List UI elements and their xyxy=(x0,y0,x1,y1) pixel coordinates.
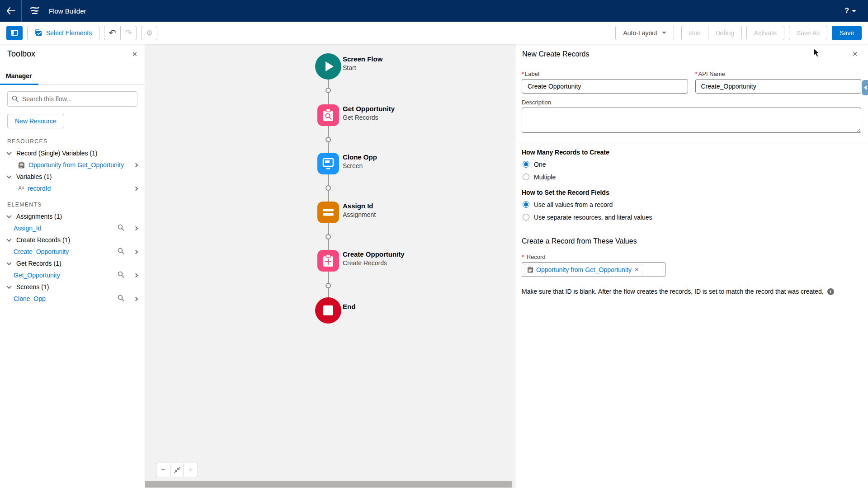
radio-label: Multiple xyxy=(534,174,556,181)
zoom-fit-button[interactable] xyxy=(170,463,184,477)
save-as-button[interactable]: Save As xyxy=(789,26,827,40)
tree-group-variables[interactable]: Variables (1) xyxy=(0,171,145,183)
connector-midpoint[interactable] xyxy=(326,88,331,93)
description-textarea[interactable] xyxy=(522,108,861,133)
undo-button[interactable]: ↶ xyxy=(104,26,120,40)
help-menu[interactable]: ? xyxy=(844,7,868,15)
node-title: Create Opportunity xyxy=(343,250,405,258)
auto-layout-dropdown[interactable]: Auto-Layout xyxy=(615,26,674,40)
chevron-right-icon[interactable] xyxy=(134,226,138,230)
activate-button[interactable]: Activate xyxy=(746,26,784,40)
radio-option-use-separate-resources[interactable]: Use separate resources, and literal valu… xyxy=(523,212,861,222)
redo-button[interactable]: ↷ xyxy=(120,26,137,40)
chevron-down-icon xyxy=(6,284,11,289)
node-title: Assign Id xyxy=(343,202,376,210)
node-assign-id[interactable] xyxy=(317,202,339,223)
node-subtitle: Start xyxy=(343,64,382,71)
element-item-assign-id[interactable]: Assign_Id xyxy=(0,222,145,234)
chevron-right-icon[interactable] xyxy=(134,296,138,301)
connector-midpoint[interactable] xyxy=(326,137,331,142)
chevron-left-icon xyxy=(864,85,867,90)
chevron-down-icon xyxy=(852,10,856,12)
tree-group-assignments[interactable]: Assignments (1) xyxy=(0,211,145,222)
tab-manager[interactable]: Manager xyxy=(0,70,38,85)
zoom-out-button[interactable]: − xyxy=(156,463,170,477)
assignment-icon xyxy=(322,208,335,217)
radio-option-one[interactable]: One xyxy=(523,160,861,169)
toggle-toolbox-button[interactable] xyxy=(6,26,23,40)
node-get-opportunity[interactable] xyxy=(317,104,339,126)
run-button[interactable]: Run xyxy=(681,26,708,40)
chevron-down-icon xyxy=(6,260,11,265)
remove-record-icon[interactable]: ✕ xyxy=(634,266,639,273)
find-in-canvas-icon[interactable] xyxy=(118,224,124,232)
label-input[interactable] xyxy=(522,79,688,94)
create-records-property-panel: New Create Records ✕ *Label *API Name De… xyxy=(515,44,868,488)
node-clone-opp-label: Clone Opp Screen xyxy=(343,153,377,169)
debug-button[interactable]: Debug xyxy=(708,26,742,40)
connector-midpoint[interactable] xyxy=(326,283,331,288)
tree-group-label: Assignments (1) xyxy=(16,213,62,220)
chevron-right-icon[interactable] xyxy=(134,249,138,254)
radio-option-multiple[interactable]: Multiple xyxy=(523,172,861,182)
app-header: Flow Builder ? xyxy=(0,0,868,22)
node-create-opportunity[interactable] xyxy=(317,250,339,272)
api-name-field-label: API Name xyxy=(698,70,725,77)
find-in-canvas-icon[interactable] xyxy=(118,271,124,279)
element-item-create-opportunity[interactable]: Create_Opportunity xyxy=(0,246,145,258)
chevron-right-icon[interactable] xyxy=(134,273,138,277)
tree-group-get-records[interactable]: Get Records (1) xyxy=(0,258,145,269)
save-button[interactable]: Save xyxy=(832,26,862,40)
find-in-canvas-icon[interactable] xyxy=(118,295,124,303)
node-subtitle: Create Records xyxy=(343,259,405,267)
run-label: Run xyxy=(689,29,701,37)
tree-group-create-records[interactable]: Create Records (1) xyxy=(0,234,145,246)
get-records-icon xyxy=(321,108,335,122)
info-icon[interactable]: i xyxy=(827,288,834,295)
element-item-clone-opp[interactable]: Clone_Opp xyxy=(0,293,145,305)
node-title: Screen Flow xyxy=(343,55,382,63)
search-input[interactable] xyxy=(7,91,137,107)
resource-item-recordid[interactable]: Aa recordId xyxy=(0,183,145,194)
find-in-canvas-icon[interactable] xyxy=(118,248,124,256)
chevron-right-icon[interactable] xyxy=(134,163,138,167)
panel-close-icon[interactable]: ✕ xyxy=(852,50,858,58)
description-label: Description xyxy=(522,99,861,106)
required-asterisk: * xyxy=(522,70,524,77)
play-icon xyxy=(326,61,334,71)
element-item-get-opportunity[interactable]: Get_Opportunity xyxy=(0,269,145,281)
chevron-right-icon[interactable] xyxy=(134,186,138,191)
node-get-opportunity-label: Get Opportunity Get Records xyxy=(343,105,395,121)
resource-item-opportunity-from-get-opportunity[interactable]: Opportunity from Get_Opportunity xyxy=(0,159,145,171)
connector-midpoint[interactable] xyxy=(326,185,331,191)
fit-to-view-icon xyxy=(174,467,180,473)
radio-label: Use all values from a record xyxy=(534,201,613,208)
api-name-input[interactable] xyxy=(695,79,862,94)
record-combobox[interactable]: Opportunity from Get_Opportunity ✕ xyxy=(522,262,665,277)
zoom-in-button[interactable]: + xyxy=(184,463,198,477)
multi-select-checkbox-icon xyxy=(35,29,42,37)
horizontal-scrollbar-thumb[interactable] xyxy=(145,481,512,488)
collapse-panel-tab[interactable] xyxy=(862,80,868,95)
back-button[interactable] xyxy=(0,0,22,22)
tree-group-record-single-variables[interactable]: Record (Single) Variables (1) xyxy=(0,147,145,159)
node-end[interactable] xyxy=(315,297,341,324)
toolbox-close-icon[interactable]: ✕ xyxy=(132,50,137,58)
flow-canvas[interactable]: Screen Flow Start Get Opportunity Get Re… xyxy=(145,44,515,488)
node-assign-id-label: Assign Id Assignment xyxy=(343,202,376,218)
select-elements-button[interactable]: Select Elements xyxy=(27,26,99,40)
record-pill[interactable]: Opportunity from Get_Opportunity ✕ xyxy=(524,264,643,275)
undo-icon: ↶ xyxy=(109,28,116,38)
node-start[interactable] xyxy=(315,53,341,80)
node-clone-opp[interactable] xyxy=(317,153,339,174)
toolbar: Select Elements ↶ ↷ ⚙ Auto-Layout Run De… xyxy=(0,22,868,44)
create-record-section-heading: Create a Record from These Values xyxy=(522,237,861,245)
tree-group-label: Get Records (1) xyxy=(16,260,61,267)
new-resource-label: New Resource xyxy=(15,117,57,125)
new-resource-button[interactable]: New Resource xyxy=(7,114,64,128)
flow-settings-button[interactable]: ⚙ xyxy=(141,26,157,40)
tree-group-screens[interactable]: Screens (1) xyxy=(0,281,145,293)
radio-option-use-all-values[interactable]: Use all values from a record xyxy=(523,200,861,209)
record-variable-icon xyxy=(527,266,533,273)
connector-midpoint[interactable] xyxy=(326,234,331,239)
